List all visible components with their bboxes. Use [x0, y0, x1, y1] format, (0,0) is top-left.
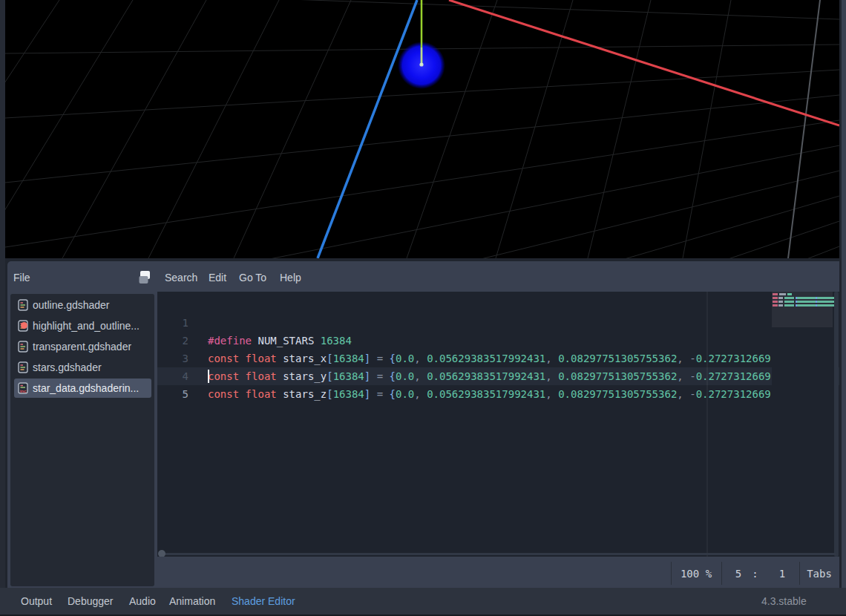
file-item-outline[interactable]: outline.gdshader [10, 295, 154, 315]
window-left-edge [0, 0, 5, 588]
editor-status-bar: 100 % 5:1 Tabs [157, 559, 839, 588]
viewport-scene [5, 0, 839, 258]
version-label[interactable]: 4.3.stable [761, 588, 807, 615]
window-right-edge [839, 0, 846, 588]
shader-editor-button[interactable]: Shader Editor [232, 588, 295, 615]
zoom-level[interactable]: 100 % [671, 559, 721, 588]
menu-item-file[interactable]: File [13, 264, 30, 291]
horizontal-scrollbar-thumb[interactable] [158, 550, 165, 557]
file-item-highlight-and-outline[interactable]: highlight_and_outline... [10, 315, 154, 336]
grid-major-line [788, 0, 820, 258]
caret-position[interactable]: 5:1 [721, 559, 799, 588]
code-editor[interactable]: 1 #define NUM_STARS 16384 2 const float … [157, 292, 839, 557]
minimap[interactable] [772, 292, 836, 553]
make-floating-icon[interactable] [139, 270, 152, 285]
output-button[interactable]: Output [21, 588, 52, 615]
menu-item-edit[interactable]: Edit [209, 264, 226, 291]
z-axis-line [318, 0, 417, 258]
file-item-transparent[interactable]: transparent.gdshader [10, 336, 154, 357]
code-line: 3 const float stars_y[16384] = {0.0, 0.0… [157, 332, 839, 350]
animation-button[interactable]: Animation [169, 588, 215, 615]
vertical-scrollbar[interactable] [834, 292, 839, 557]
x-axis-line [449, 0, 839, 125]
file-item-star-data[interactable]: inc star_data.gdshaderin... [10, 378, 154, 399]
svg-text:inc: inc [20, 389, 27, 393]
unsaved-changes-icon [21, 322, 27, 329]
3d-viewport[interactable] [5, 0, 839, 258]
menu-item-help[interactable]: Help [280, 264, 301, 291]
file-item-stars[interactable]: stars.gdshader [10, 357, 154, 378]
shader-file-list: outline.gdshader highlight_and_outline..… [10, 294, 154, 586]
debugger-button[interactable]: Debugger [68, 588, 114, 615]
godot-editor-window: { "colors": { "accent_blue": "#5e9fe0", … [0, 0, 846, 616]
shader-file-icon [17, 361, 29, 373]
code-line: 4 const float stars_z[16384] = {0.0, 0.0… [157, 350, 839, 367]
code-line: 2 const float stars_x[16384] = {0.0, 0.0… [157, 314, 839, 332]
text-caret [208, 370, 209, 383]
indent-type[interactable]: Tabs [799, 559, 839, 588]
shader-include-file-icon: inc [17, 382, 29, 394]
vertical-scrollbar-thumb[interactable] [834, 292, 839, 557]
shader-file-icon [17, 299, 29, 311]
horizontal-scrollbar[interactable] [159, 553, 836, 555]
code-text: const float stars_z[16384] = {0.0, 0.056… [208, 385, 771, 403]
menu-item-search[interactable]: Search [165, 264, 197, 291]
bottom-panel-bar: Output Debugger Audio Animation Shader E… [0, 588, 846, 615]
code-line: 1 #define NUM_STARS 16384 [157, 296, 839, 314]
line-number: 5 [157, 385, 188, 403]
origin-point [419, 62, 423, 66]
shader-file-icon [17, 341, 29, 353]
shader-menu-bar: File Search Edit Go To Help [7, 264, 839, 291]
audio-button[interactable]: Audio [129, 588, 156, 615]
shader-file-icon [17, 320, 29, 332]
menu-item-goto[interactable]: Go To [239, 264, 266, 291]
code-line: 5 [157, 367, 839, 385]
